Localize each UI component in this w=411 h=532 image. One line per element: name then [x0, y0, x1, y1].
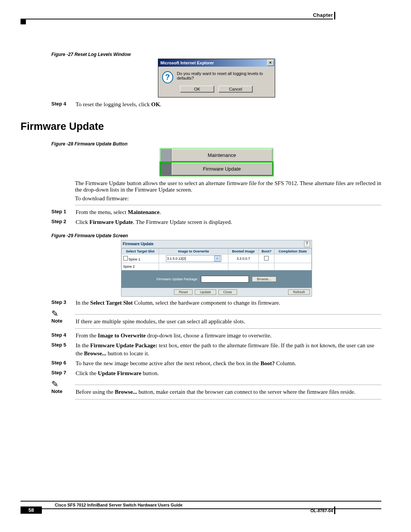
table-row: Spine 1 3.1.5.0.12[2] v 3.2.0.0.7: [121, 254, 311, 263]
update-button[interactable]: Update: [195, 289, 216, 295]
col-target: Select Target Slot: [121, 248, 159, 254]
step-6: Step 6 To have the new image become acti…: [51, 359, 381, 367]
note-rule-end: [75, 328, 381, 329]
header-square: [21, 19, 26, 24]
step-label: Step 3: [51, 299, 74, 306]
chevron-down-icon: v: [214, 256, 220, 262]
booted-cell: 3.2.0.0.7: [228, 254, 258, 263]
help-icon[interactable]: ?: [304, 241, 310, 247]
firmware-update-button[interactable]: Firmware Update: [172, 163, 272, 175]
firmware-update-button-figure: Maintenance Firmware Update: [159, 148, 274, 176]
dialog-body: ? Do you really want to reset all loggin…: [158, 67, 275, 86]
table-row: Spine 2: [121, 263, 311, 270]
boot-checkbox[interactable]: [264, 256, 269, 260]
tab-handle: [161, 149, 172, 161]
slot-name: Spine 2: [121, 263, 159, 270]
completion-cell: [274, 254, 311, 263]
doc-id: OL-8787-04: [311, 508, 333, 513]
step-2: Step 2 Click Firmware Update. The Firmwa…: [51, 218, 381, 226]
rule: [75, 205, 381, 205]
step-5: Step 5 In the Firmware Update Package: t…: [51, 342, 381, 357]
col-completion: Completion State: [274, 248, 311, 254]
to-download: To download firmware:: [75, 195, 381, 202]
maintenance-button[interactable]: Maintenance: [172, 149, 272, 161]
refresh-button[interactable]: Refresh: [288, 289, 310, 295]
firmware-tab-row: Firmware Update: [159, 161, 274, 176]
reset-button[interactable]: Reset: [174, 289, 193, 295]
fub-paragraph: The Firmware Update button allows the us…: [75, 180, 381, 193]
slot-name: Spine 1: [129, 257, 140, 261]
note-rule-end: [75, 399, 381, 399]
reset-dialog: Microsoft Internet Explorer × ? Do you r…: [158, 59, 275, 97]
figure-28-caption: Figure -28 Firmware Update Button: [51, 141, 381, 147]
content-column-2: Figure -28 Firmware Update Button Mainte…: [51, 139, 381, 403]
maintenance-tab-row: Maintenance: [159, 148, 274, 163]
step-label: Step 4: [51, 101, 74, 107]
col-booted: Booted Image: [228, 248, 258, 254]
step-label: Step 2: [51, 218, 74, 225]
close-button[interactable]: Close: [218, 289, 237, 295]
question-icon: ?: [162, 71, 173, 83]
overwrite-cell: 3.1.5.0.12[2] v: [159, 254, 228, 263]
fus-package-bar: Firmware Update Package: Browse...: [121, 270, 312, 288]
fus-title-text: Firmware Update: [123, 242, 154, 246]
fus-table: Select Target Slot Image to Overwrite Bo…: [121, 248, 312, 270]
page-number: 58: [21, 506, 42, 514]
note-2: Note Before using the Browse... button, …: [51, 388, 381, 396]
ok-button[interactable]: OK: [180, 86, 214, 93]
step-3: Step 3 In the Select Target Slot Column,…: [51, 299, 381, 307]
dialog-message: Do you really want to reset all logging …: [177, 71, 271, 80]
col-bootq: Boot?: [259, 248, 274, 254]
dropdown-value: 3.1.5.0.12[2]: [167, 257, 186, 260]
page: Chapter Figure -27 Reset Log Levels Wind…: [0, 0, 411, 532]
tab-handle-active: [161, 163, 172, 175]
footer: Cisco SFS 7012 InfiniBand Server Switch …: [21, 501, 381, 509]
close-icon[interactable]: ×: [267, 60, 274, 66]
package-path-input[interactable]: [201, 276, 249, 283]
step-label: Step 1: [51, 208, 74, 215]
dialog-title: Microsoft Internet Explorer: [161, 61, 214, 65]
header-vbar: [334, 12, 335, 19]
dialog-buttons: OK Cancel: [158, 86, 275, 97]
note-rule: [75, 385, 381, 385]
step-4a: Step 4 To reset the logging levels, clic…: [51, 101, 381, 108]
cancel-button[interactable]: Cancel: [218, 86, 253, 93]
note-1: Note If there are multiple spine modules…: [51, 318, 381, 325]
figure-29-caption: Figure -29 Firmware Update Screen: [51, 233, 381, 238]
fus-button-bar: Reset Update Close Refresh: [121, 288, 312, 296]
step-text: To reset the logging levels, click OK.: [76, 101, 379, 108]
package-label: Firmware Update Package:: [156, 277, 198, 281]
image-overwrite-dropdown[interactable]: 3.1.5.0.12[2] v: [166, 255, 221, 262]
note-text: If there are multiple spine modules, the…: [76, 318, 379, 325]
header-chapter: Chapter: [313, 12, 333, 18]
step-4: Step 4 From the Image to Overwrite drop-…: [51, 332, 381, 339]
figure-27-caption: Figure -27 Reset Log Levels Window: [51, 52, 381, 57]
firmware-update-screen: Firmware Update ? Select Target Slot Ima…: [121, 240, 312, 297]
header-rule: [21, 19, 333, 19]
col-image-overwrite: Image to Overwrite: [159, 248, 228, 254]
step-7: Step 7 Click the Update Firmware button.: [51, 369, 381, 377]
note-label: Note: [51, 318, 74, 324]
browse-button[interactable]: Browse...: [252, 276, 276, 282]
footer-vbar: [334, 506, 335, 514]
slot-checkbox[interactable]: [123, 256, 128, 260]
fus-title: Firmware Update ?: [121, 240, 312, 248]
footer-guide: Cisco SFS 7012 InfiniBand Server Switch …: [21, 502, 381, 507]
dialog-titlebar: Microsoft Internet Explorer ×: [158, 59, 275, 67]
step-1: Step 1 From the menu, select Maintenance…: [51, 208, 381, 216]
note-rule: [75, 314, 381, 315]
section-firmware-update: Firmware Update: [21, 121, 104, 133]
content-column: Figure -27 Reset Log Levels Window Micro…: [51, 50, 381, 110]
